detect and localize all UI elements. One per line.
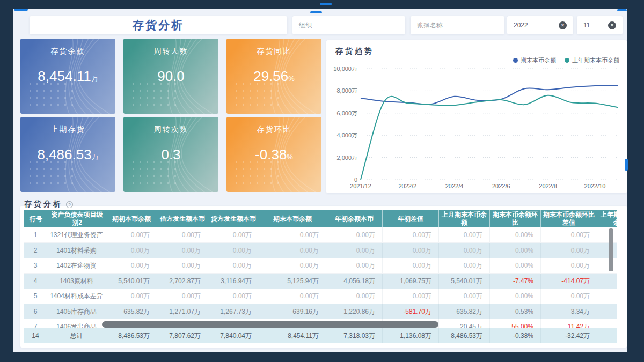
frame-accent-top: [320, 3, 332, 5]
table-vertical-scrollbar[interactable]: [609, 228, 613, 271]
table-title: 存货分析: [24, 200, 63, 209]
cell: 0.00万: [208, 258, 259, 273]
cell: 5,540.01万: [106, 274, 157, 289]
table-total-row: 14总计8,486.53万7,807.62万7,840.04万8,454.11万…: [24, 328, 617, 343]
cell: 635.82万: [106, 304, 157, 319]
cell: 0.00万: [439, 227, 490, 242]
filter-组织[interactable]: 组织: [292, 16, 405, 34]
kpi-label: 周转天数: [123, 47, 218, 56]
cell: 0.00万: [259, 258, 326, 273]
cell: 0.00万: [208, 243, 259, 258]
filter-账簿名称[interactable]: 账簿名称: [411, 16, 504, 34]
filter-value: 2022: [514, 21, 528, 29]
filter-11[interactable]: 11✕: [577, 16, 623, 34]
cell: 总计: [48, 328, 106, 343]
column-header: 上年期末本币余额: [597, 210, 617, 227]
cell: 0.00万: [106, 258, 157, 273]
help-icon[interactable]: ?: [66, 201, 73, 208]
cell: 0.00万: [208, 289, 259, 304]
cell: [597, 243, 617, 258]
cell: 5,540.01万: [439, 274, 490, 289]
column-header: 贷方发生额本币: [208, 210, 259, 227]
kpi-card-周转次数: 周转次数0.3: [123, 117, 218, 192]
title-card: 存货分析: [30, 16, 287, 34]
svg-text:2,000万: 2,000万: [336, 154, 357, 161]
cell: 7,318.03万: [326, 328, 383, 343]
cell: 0.00万: [383, 227, 439, 242]
cell: 0.00万: [106, 243, 157, 258]
cell: 0.00万: [106, 289, 157, 304]
cell: 0.00%: [490, 258, 541, 273]
table-row[interactable]: 41403原材料5,540.01万2,702.87万3,116.94万5,125…: [24, 274, 617, 289]
svg-text:2022/10: 2022/10: [584, 183, 606, 189]
table-row[interactable]: 21401材料采购0.00万0.00万0.00万0.00万0.00万0.00万0…: [24, 243, 617, 258]
cell: 8,454.11万: [259, 328, 326, 343]
filter-placeholder: 组织: [299, 21, 312, 30]
accent-top-left: [14, 9, 28, 11]
svg-text:10,000万: 10,000万: [333, 65, 357, 72]
kpi-card-存货同比: 存货同比29.56%: [226, 39, 321, 114]
cell: 5,125.94万: [259, 274, 326, 289]
cell: 0.00万: [208, 227, 259, 242]
cell: 0.00万: [541, 289, 597, 304]
svg-text:2022/4: 2022/4: [445, 183, 464, 189]
dashboard-content: 存货分析 组织账簿名称2022✕11✕ 存货余款8,454.11万周转天数90.…: [13, 9, 627, 352]
cell: 3,116.94万: [208, 274, 259, 289]
column-header: 期末本币余额环比: [490, 210, 541, 227]
trend-card: 存货趋势 期末本币余额上年期末本币余额 10,000万8,000万6,000万4…: [326, 40, 627, 193]
cell: 1,271.07万: [157, 304, 208, 319]
filter-2022[interactable]: 2022✕: [507, 16, 573, 34]
cell: 1401材料采购: [48, 243, 106, 258]
page-scrollbar[interactable]: [625, 159, 628, 171]
page-title: 存货分析: [133, 18, 184, 33]
kpi-label: 上期存货: [20, 125, 115, 135]
cell: 0.00万: [259, 289, 326, 304]
table-row[interactable]: 11321代理业务资产0.00万0.00万0.00万0.00万0.00万0.00…: [24, 227, 617, 243]
cell: 0.00万: [259, 243, 326, 258]
cell: 1,069.75万: [383, 274, 439, 289]
kpi-value: 90.0: [123, 68, 218, 85]
filter-placeholder: 账簿名称: [417, 21, 443, 30]
cell: -0.38%: [490, 328, 541, 343]
svg-text:2022/8: 2022/8: [539, 183, 557, 189]
kpi-card-上期存货: 上期存货8,486.53万: [20, 117, 115, 192]
column-header: 资产负债表项目级别2: [48, 210, 106, 227]
table-horizontal-scrollbar[interactable]: [102, 321, 438, 328]
cell: 0.00万: [326, 243, 383, 258]
kpi-unit: 万: [92, 153, 99, 161]
kpi-label: 周转次数: [123, 125, 218, 135]
svg-text:0: 0: [354, 176, 357, 183]
cell: 1,136.08万: [383, 328, 439, 343]
cell: 0.00万: [383, 258, 439, 273]
cell: [597, 304, 617, 319]
filter-value: 11: [583, 21, 590, 29]
column-header: 期初本币余额: [106, 210, 157, 227]
cell: 0.00%: [490, 227, 541, 242]
cell: -581.70万: [383, 304, 439, 319]
svg-text:2022/6: 2022/6: [492, 183, 510, 189]
cell: 7,840.04万: [208, 328, 259, 343]
cell: [597, 258, 617, 273]
cell: [597, 319, 617, 328]
kpi-value: 29.56%: [226, 68, 321, 85]
clear-icon[interactable]: ✕: [559, 21, 567, 29]
table-row[interactable]: 51404材料成本差异0.00万0.00万0.00万0.00万0.00万0.00…: [24, 289, 617, 304]
cell: 6: [24, 304, 48, 319]
cell: 11.42万: [541, 319, 597, 328]
trend-line-chart: 10,000万8,000万6,000万4,000万2,000万02021/122…: [326, 40, 627, 195]
kpi-label: 存货余款: [20, 47, 115, 56]
clear-icon[interactable]: ✕: [608, 21, 616, 29]
kpi-value: 0.3: [123, 146, 218, 163]
cell: 1,220.86万: [326, 304, 383, 319]
cell: -7.47%: [490, 274, 541, 289]
cell: 0.00万: [439, 243, 490, 258]
kpi-unit: %: [288, 75, 295, 83]
cell: -414.07万: [541, 274, 597, 289]
cell: 0.00万: [383, 289, 439, 304]
svg-text:2022/2: 2022/2: [398, 183, 416, 189]
cell: 1: [24, 227, 48, 242]
table-row[interactable]: 61405库存商品635.82万1,271.07万1,267.73万639.16…: [24, 304, 617, 319]
cell: 4,056.18万: [326, 274, 383, 289]
table-row[interactable]: 31402在途物资0.00万0.00万0.00万0.00万0.00万0.00万0…: [24, 258, 617, 274]
table-viewport: 行号资产负债表项目级别2期初本币余额借方发生额本币贷方发生额本币期末本币余额年初…: [24, 210, 617, 343]
